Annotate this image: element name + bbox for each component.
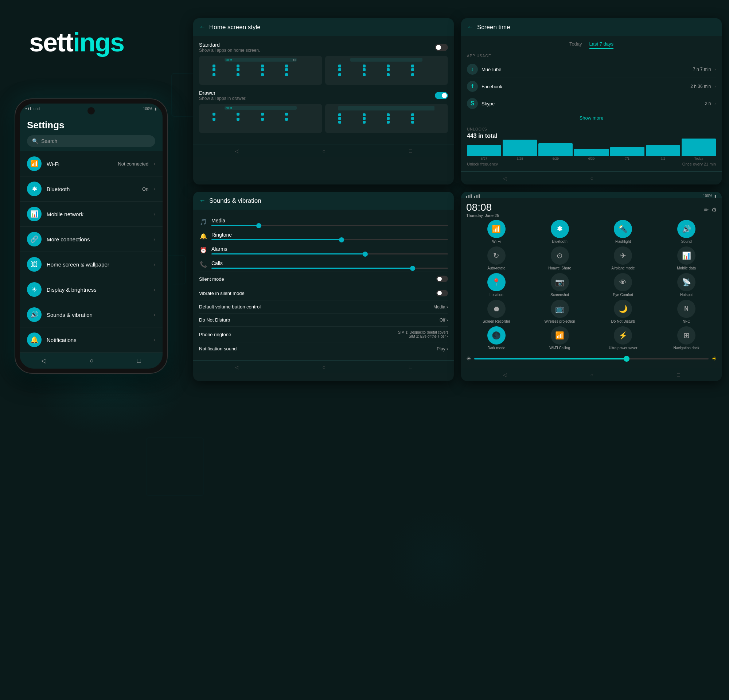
qs-signal-4	[474, 196, 475, 198]
phone-ringtone-row[interactable]: Phone ringtone SIM 1: Despacito (metal c…	[199, 326, 448, 342]
mobile-network-icon: 📊	[27, 207, 42, 221]
qs-wireless-proj-label: Wireless projection	[544, 320, 575, 323]
qs-brightness-slider[interactable]	[474, 358, 709, 359]
show-more-btn[interactable]: Show more	[467, 112, 716, 123]
qs-ultra-power-label: Ultra power saver	[609, 346, 637, 350]
signal-bar-1	[26, 108, 27, 109]
home-screen-title: Home screen style	[209, 24, 261, 31]
settings-title: Settings	[27, 120, 155, 131]
ringtone-slider-fill	[211, 239, 341, 240]
qs-mobile-data-label: Mobile data	[677, 266, 696, 270]
settings-item-sounds[interactable]: 🔊 Sounds & vibration ›	[20, 302, 163, 327]
hss-nav-back[interactable]: ◁	[235, 148, 239, 154]
st-nav-sq[interactable]: □	[677, 175, 680, 181]
settings-item-home-screen[interactable]: 🖼 Home screen & wallpaper ›	[20, 252, 163, 277]
qs-flashlight-label: Flashlight	[615, 240, 631, 244]
hss-drawer-toggle[interactable]	[435, 92, 448, 99]
nav-back[interactable]: ◁	[41, 357, 46, 365]
qs-wifi-calling-label: Wi-Fi Calling	[549, 346, 570, 350]
sv-nav-home[interactable]: ○	[322, 364, 325, 370]
unlocks-label: UNLOCKS	[467, 127, 716, 131]
home-screen-arrow: ›	[154, 261, 155, 267]
ringtone-slider[interactable]	[211, 239, 448, 240]
qs-nav-sq[interactable]: □	[677, 372, 680, 378]
screen-time-back-icon[interactable]: ←	[467, 23, 473, 31]
qs-tile-hotspot[interactable]: 📡 Hotspot	[656, 273, 717, 297]
vibrate-silent-row[interactable]: Vibrate in silent mode	[199, 286, 448, 300]
hss-nav-home[interactable]: ○	[322, 148, 325, 154]
notif-sound-row[interactable]: Notification sound Play ›	[199, 342, 448, 355]
qs-nav: ◁ ○ □	[461, 368, 722, 381]
qs-pencil-icon[interactable]: ✏	[704, 206, 709, 213]
st-nav-home[interactable]: ○	[591, 175, 593, 181]
qs-nav-home[interactable]: ○	[591, 372, 593, 378]
qs-nav-dock-label: Navigation dock	[674, 346, 700, 350]
qs-tile-screen-recorder[interactable]: ⏺ Screen Recorder	[466, 300, 527, 323]
vibrate-silent-toggle[interactable]	[436, 290, 448, 296]
sv-nav-sq[interactable]: □	[409, 364, 412, 370]
calls-slider[interactable]	[211, 267, 448, 269]
qs-tile-nfc[interactable]: N NFC	[656, 300, 717, 323]
dnd-row[interactable]: Do Not Disturb Off ›	[199, 313, 448, 326]
app-row-facebook[interactable]: f Facebook 2 h 36 min ›	[467, 78, 716, 95]
qs-tile-nav-dock[interactable]: ⊞ Navigation dock	[656, 326, 717, 350]
ringtone-slider-wrap: Ringtone	[211, 232, 448, 240]
home-screen-back-icon[interactable]: ←	[199, 23, 206, 31]
hss-drawer-option[interactable]: Drawer Show all apps in drawer. 08 08	[199, 90, 448, 133]
qs-mobile-data-icon: 📊	[677, 247, 696, 265]
bluetooth-arrow: ›	[154, 186, 155, 192]
qs-tile-sound[interactable]: 🔊 Sound	[656, 220, 717, 244]
qs-tile-location[interactable]: 📍 Location	[466, 273, 527, 297]
settings-item-notifications[interactable]: 🔔 Notifications ›	[20, 327, 163, 353]
qs-gear-icon[interactable]: ⚙	[712, 206, 717, 213]
qs-sound-icon: 🔊	[677, 220, 696, 238]
silent-mode-row[interactable]: Silent mode	[199, 272, 448, 286]
st-nav-back[interactable]: ◁	[503, 175, 507, 181]
settings-item-more-connections[interactable]: 🔗 More connections ›	[20, 227, 163, 252]
alarms-slider-row: ⏰ Alarms	[199, 243, 448, 257]
hss-standard-toggle[interactable]	[435, 44, 448, 51]
qs-tile-dark-mode[interactable]: 🌑 Dark mode	[466, 326, 527, 350]
qs-tile-airplane[interactable]: ✈ Airplane mode	[593, 247, 653, 270]
qs-battery-icon: ▮	[714, 194, 717, 198]
media-slider[interactable]	[211, 225, 448, 226]
alarms-slider[interactable]	[211, 253, 448, 254]
hss-nav-sq[interactable]: □	[409, 148, 412, 154]
qs-tile-wifi-calling[interactable]: 📶 Wi-Fi Calling	[530, 326, 590, 350]
qs-tile-dnd[interactable]: 🌙 Do Not Disturb	[593, 300, 653, 323]
qs-nfc-label: NFC	[683, 320, 690, 323]
qs-tile-autorotate[interactable]: ↻ Auto-rotate	[466, 247, 527, 270]
sounds-arrow: ›	[154, 312, 155, 318]
qs-tile-bluetooth[interactable]: ✱ Bluetooth	[530, 220, 590, 244]
silent-mode-toggle[interactable]	[436, 276, 448, 282]
qs-tile-ultra-power[interactable]: ⚡ Ultra power saver	[593, 326, 653, 350]
signal-bar-3	[30, 107, 31, 110]
qs-nav-back[interactable]: ◁	[503, 372, 507, 378]
settings-item-mobile-network[interactable]: 📊 Mobile network ›	[20, 202, 163, 227]
hss-standard-option[interactable]: Standard Show all apps on home screen. 0…	[199, 42, 448, 85]
mobile-network-label: Mobile network	[46, 211, 148, 217]
qs-tile-mobile-data[interactable]: 📊 Mobile data	[656, 247, 717, 270]
default-vol-row[interactable]: Default volume button control Media ›	[199, 300, 448, 313]
settings-item-display[interactable]: ☀ Display & brightness ›	[20, 277, 163, 302]
settings-item-bluetooth[interactable]: ✱ Bluetooth On ›	[20, 176, 163, 202]
qs-tile-wireless-proj[interactable]: 📺 Wireless projection	[530, 300, 590, 323]
qs-tile-huawei-share[interactable]: ⊙ Huawei Share	[530, 247, 590, 270]
qs-tile-wifi[interactable]: 📶 Wi-Fi	[466, 220, 527, 244]
settings-item-wifi[interactable]: 📶 Wi-Fi Not connected ›	[20, 151, 163, 176]
tab-last7[interactable]: Last 7 days	[590, 41, 614, 49]
sounds-back-icon[interactable]: ←	[199, 197, 206, 205]
app-row-muetube[interactable]: ♪ MueTube 7 h 7 min ›	[467, 61, 716, 78]
sv-nav-back[interactable]: ◁	[235, 364, 239, 370]
qs-tile-screenshot[interactable]: 📷 Screenshot	[530, 273, 590, 297]
tab-today[interactable]: Today	[569, 41, 582, 49]
search-bar[interactable]: 🔍 Search	[27, 135, 155, 147]
nav-square[interactable]: □	[137, 357, 141, 365]
app-row-skype[interactable]: S Skype 2 h ›	[467, 95, 716, 112]
qs-airplane-icon: ✈	[614, 247, 632, 265]
qs-tile-flashlight[interactable]: 🔦 Flashlight	[593, 220, 653, 244]
media-slider-wrap: Media	[211, 218, 448, 226]
qs-tile-eye-comfort[interactable]: 👁 Eye Comfort	[593, 273, 653, 297]
qs-location-icon: 📍	[487, 273, 505, 291]
nav-home[interactable]: ○	[90, 357, 94, 365]
